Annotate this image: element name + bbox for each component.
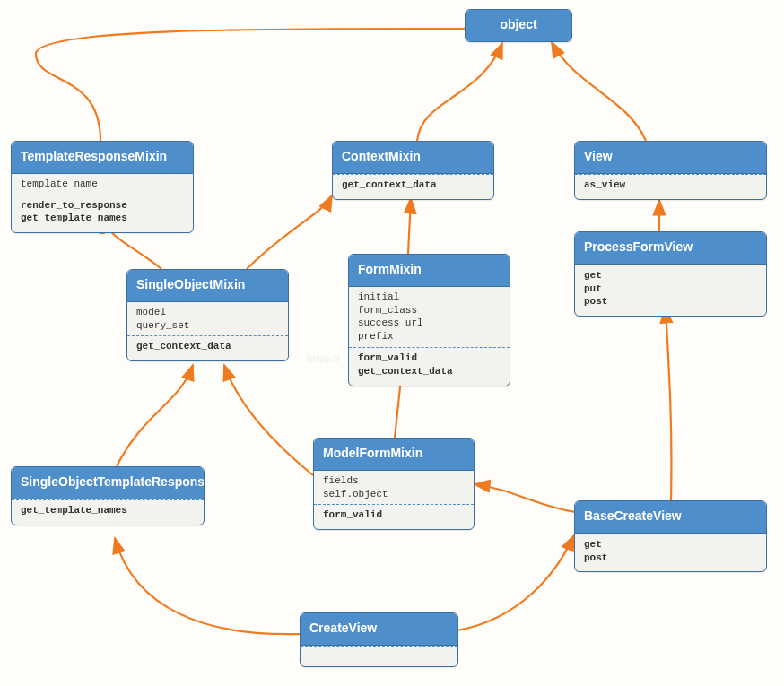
class-attributes: fieldsself.object: [314, 471, 474, 506]
class-methods: get_template_names: [12, 499, 204, 525]
class-attributes: initialform_classsuccess_urlprefix: [349, 287, 510, 348]
class-model-form-mixin: ModelFormMixin fieldsself.object form_va…: [313, 438, 475, 530]
class-title: SingleObjectMixin: [127, 270, 288, 302]
class-methods: getpost: [575, 534, 766, 572]
class-create-view: CreateView: [300, 612, 458, 667]
class-methods: render_to_responseget_template_names: [12, 195, 193, 233]
watermark-text: https://: [307, 353, 340, 364]
class-template-response-mixin: TemplateResponseMixin template_name rend…: [11, 141, 194, 233]
class-methods: form_valid: [314, 505, 474, 529]
class-methods: form_validget_context_data: [349, 348, 510, 386]
class-title: ProcessFormView: [575, 232, 766, 265]
diagram-canvas: object TemplateResponseMixin template_na…: [0, 0, 784, 686]
class-object: object: [465, 9, 572, 42]
class-single-object-mixin: SingleObjectMixin modelquery_set get_con…: [126, 269, 289, 361]
class-view: View as_view: [574, 141, 767, 200]
class-process-form-view: ProcessFormView getputpost: [574, 231, 767, 317]
class-title: View: [575, 142, 766, 174]
class-title: CreateView: [301, 613, 457, 646]
class-attributes: template_name: [12, 174, 193, 195]
class-title: ContextMixin: [333, 142, 493, 174]
class-methods: [301, 646, 457, 666]
class-single-object-template-response-mixin: SingleObjectTemplateResponseMixin get_te…: [11, 466, 205, 525]
class-title: BaseCreateView: [575, 501, 766, 534]
class-methods: get_context_data: [127, 336, 288, 360]
class-methods: as_view: [575, 174, 766, 199]
class-context-mixin: ContextMixin get_context_data: [332, 141, 494, 200]
class-attributes: modelquery_set: [127, 302, 288, 337]
class-methods: getputpost: [575, 265, 766, 317]
class-title: FormMixin: [349, 255, 510, 287]
class-form-mixin: FormMixin initialform_classsuccess_urlpr…: [348, 254, 510, 386]
class-title: object: [466, 10, 571, 41]
class-title: SingleObjectTemplateResponseMixin: [12, 467, 204, 499]
class-title: TemplateResponseMixin: [12, 142, 193, 174]
class-base-create-view: BaseCreateView getpost: [574, 500, 767, 572]
class-methods: get_context_data: [333, 174, 493, 199]
class-title: ModelFormMixin: [314, 439, 474, 471]
